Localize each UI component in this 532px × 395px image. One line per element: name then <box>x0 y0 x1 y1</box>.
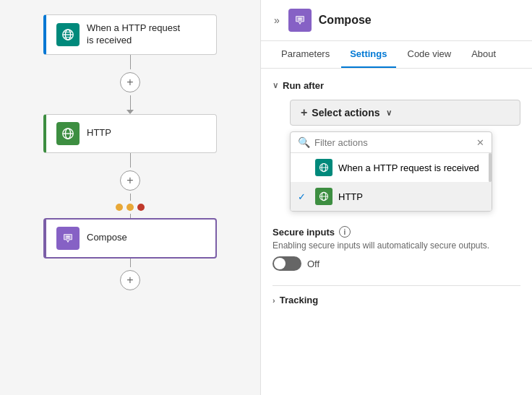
connector-4: + <box>120 259 140 293</box>
select-actions-button[interactable]: + Select actions ∨ <box>290 100 520 126</box>
http-node[interactable]: HTTP <box>43 114 217 153</box>
connector-3 <box>130 214 131 218</box>
secure-inputs-toggle[interactable] <box>273 256 301 271</box>
dropdown-list: When a HTTP request is received ✓ H <box>291 153 492 211</box>
http-node-label: HTTP <box>87 127 111 139</box>
secure-inputs-title: Secure inputs i <box>273 226 520 238</box>
http-request-node[interactable]: When a HTTP requestis received <box>43 14 217 55</box>
compose-node-label: Compose <box>87 232 127 244</box>
dropdown-item-icon-2 <box>315 188 332 205</box>
actions-dropdown: 🔍 ✕ <box>290 131 492 212</box>
tracking-label: Tracking <box>280 295 318 305</box>
panel-header-icon <box>288 9 312 32</box>
secure-inputs-description: Enabling secure inputs will automaticall… <box>273 240 520 251</box>
compose-node[interactable]: Compose <box>43 218 217 259</box>
check-mark-2: ✓ <box>298 191 309 202</box>
panel-header: » Compose <box>261 0 532 41</box>
clear-search-button[interactable]: ✕ <box>476 137 484 148</box>
toggle-row: Off <box>273 256 520 271</box>
secure-inputs-section: Secure inputs i Enabling secure inputs w… <box>273 226 520 271</box>
dropdown-item-icon-1 <box>315 159 332 176</box>
http-node-icon <box>56 122 80 145</box>
dot-2 <box>126 204 134 211</box>
search-icon: 🔍 <box>298 136 310 148</box>
http-request-node-icon <box>56 23 80 46</box>
dot-3 <box>137 204 145 211</box>
add-button-2[interactable]: + <box>120 170 140 191</box>
dot-1 <box>116 204 123 211</box>
dropdown-item-http[interactable]: ✓ HTTP <box>291 182 492 211</box>
secure-inputs-info-icon[interactable]: i <box>339 226 351 238</box>
add-button-1[interactable]: + <box>120 72 140 92</box>
connector-2: + <box>120 153 140 201</box>
add-button-3[interactable]: + <box>120 270 140 290</box>
tabs-bar: Parameters Settings Code view About <box>261 41 532 69</box>
dropdown-item-label-1: When a HTTP request is received <box>338 162 479 173</box>
dropdown-item-label-2: HTTP <box>338 191 363 202</box>
toggle-knob <box>274 258 286 269</box>
select-actions-chevron-icon: ∨ <box>386 108 392 118</box>
tracking-chevron: › <box>273 296 275 305</box>
collapse-button[interactable]: » <box>273 13 281 27</box>
compose-node-icon <box>56 227 80 250</box>
secure-inputs-label: Secure inputs <box>273 227 335 238</box>
dots-row <box>116 204 145 211</box>
tab-settings[interactable]: Settings <box>341 41 395 68</box>
flow-canvas: When a HTTP requestis received + HTTP + <box>0 0 260 395</box>
tracking-section: › Tracking <box>273 285 520 305</box>
scrollbar-thumb <box>489 153 492 182</box>
tab-about[interactable]: About <box>463 41 505 68</box>
select-actions-label: Select actions <box>312 107 379 118</box>
run-after-chevron: ∨ <box>273 81 278 90</box>
http-request-node-label: When a HTTP requestis received <box>87 22 180 47</box>
dropdown-item-http-request[interactable]: When a HTTP request is received <box>291 153 492 182</box>
tab-code-view[interactable]: Code view <box>399 41 460 68</box>
select-actions-plus-icon: + <box>301 106 307 119</box>
search-row: 🔍 ✕ <box>291 132 492 153</box>
run-after-label: Run after <box>283 80 324 91</box>
connector-1: + <box>120 55 140 114</box>
panel-title: Compose <box>319 14 372 27</box>
toggle-label: Off <box>307 259 319 269</box>
tab-parameters[interactable]: Parameters <box>273 41 338 68</box>
right-panel: » Compose Parameters Settings Code view … <box>260 0 532 395</box>
tracking-header[interactable]: › Tracking <box>273 295 520 305</box>
panel-content: ∨ Run after + Select actions ∨ 🔍 ✕ <box>261 69 532 395</box>
run-after-section-header[interactable]: ∨ Run after <box>273 80 520 91</box>
scrollbar-track <box>489 153 492 211</box>
filter-actions-input[interactable] <box>314 137 472 148</box>
flow-nodes: When a HTTP requestis received + HTTP + <box>0 14 260 293</box>
